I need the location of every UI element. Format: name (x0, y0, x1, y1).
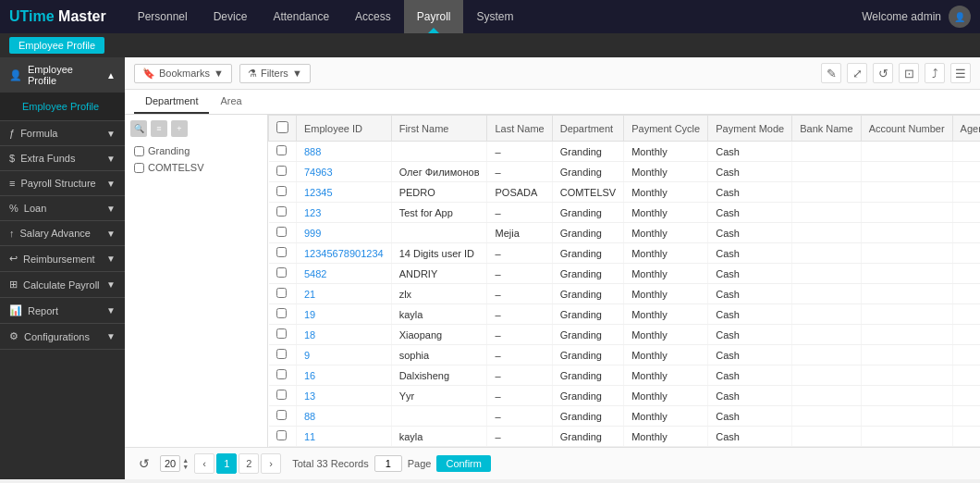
row-checkbox-12[interactable] (276, 390, 287, 400)
dept-comtelsv-item[interactable]: COMTELSV (130, 159, 262, 176)
cell-agent-id-2 (952, 182, 980, 203)
sidebar-item-report[interactable]: 📊 Report ▼ (0, 298, 125, 323)
left-panel: 🔍 ≡ + Granding COMTELSV (125, 115, 268, 447)
cell-employee-id-6[interactable]: 5482 (297, 264, 392, 284)
employee-table: Employee ID First Name Last Name Departm… (268, 115, 980, 447)
split-toolbar-icon[interactable]: ⊡ (899, 63, 919, 83)
refresh-toolbar-icon[interactable]: ↺ (873, 63, 893, 83)
share-toolbar-icon[interactable]: ⤴ (925, 63, 945, 83)
nav-attendance[interactable]: Attendance (260, 0, 342, 33)
bookmarks-button[interactable]: 🔖 Bookmarks ▼ (134, 64, 232, 83)
sidebar-item-loan[interactable]: % Loan ▼ (0, 196, 125, 220)
cell-first-name-3: Test for App (391, 203, 487, 223)
table-row: 888 – Granding Monthly Cash ✔ (269, 142, 981, 162)
cell-employee-id-8[interactable]: 19 (297, 304, 392, 325)
cell-employee-id-12[interactable]: 13 (297, 386, 392, 406)
nav-system[interactable]: System (463, 0, 526, 33)
page-size-up-arrow[interactable]: ▲ (182, 457, 189, 464)
nav-device[interactable]: Device (201, 0, 261, 33)
cell-department-4: Granding (552, 223, 624, 243)
filters-button[interactable]: ⚗ Filters ▼ (239, 64, 311, 83)
dept-granding-checkbox[interactable] (134, 146, 144, 156)
select-all-checkbox[interactable] (276, 121, 288, 133)
edit-toolbar-icon[interactable]: ✎ (821, 63, 841, 83)
sidebar-item-employee-profile[interactable]: 👤 Employee Profile ▲ (0, 57, 125, 93)
cell-employee-id-5[interactable]: 12345678901234 (297, 243, 392, 264)
row-checkbox-13[interactable] (276, 410, 287, 420)
sidebar-section-employee: 👤 Employee Profile ▲ Employee Profile (0, 57, 125, 121)
cell-first-name-8: kayla (391, 304, 487, 325)
sidebar-item-calculate-payroll[interactable]: ⊞ Calculate Payroll ▼ (0, 272, 125, 297)
row-checkbox-1[interactable] (276, 166, 287, 176)
list-icon[interactable]: ≡ (151, 120, 167, 137)
row-checkbox-9[interactable] (276, 328, 287, 339)
next-page-button[interactable]: › (261, 453, 281, 474)
page-2-button[interactable]: 2 (239, 453, 259, 474)
cell-employee-id-3[interactable]: 123 (297, 203, 392, 223)
row-checkbox-2[interactable] (276, 186, 287, 196)
cell-employee-id-13[interactable]: 88 (297, 406, 392, 427)
th-first-name: First Name (391, 116, 487, 142)
th-checkbox (269, 116, 297, 142)
expand-toolbar-icon[interactable]: ⤢ (847, 63, 867, 83)
sidebar-item-payroll-structure[interactable]: ≡ Payroll Structure ▼ (0, 171, 125, 195)
settings-toolbar-icon[interactable]: ☰ (950, 63, 971, 83)
nav-access[interactable]: Access (342, 0, 404, 33)
row-checkbox-4[interactable] (276, 227, 287, 237)
cell-first-name-1: Олег Филимонов (391, 162, 487, 182)
dept-granding-item[interactable]: Granding (130, 142, 262, 159)
cell-first-name-7: zlx (391, 284, 487, 304)
row-checkbox-5[interactable] (276, 247, 287, 257)
cell-bank-name-5 (792, 243, 861, 264)
nav-personnel[interactable]: Personnel (125, 0, 201, 33)
cell-employee-id-4[interactable]: 999 (297, 223, 392, 243)
employee-profile-icon: 👤 (9, 69, 22, 81)
cell-employee-id-11[interactable]: 16 (297, 365, 392, 386)
row-checkbox-10[interactable] (276, 349, 287, 359)
row-checkbox-0[interactable] (276, 145, 287, 155)
row-checkbox-14[interactable] (276, 430, 287, 440)
user-avatar[interactable]: 👤 (949, 6, 971, 28)
sidebar-item-configurations[interactable]: ⚙ Configurations ▼ (0, 324, 125, 349)
cell-employee-id-7[interactable]: 21 (297, 284, 392, 304)
pagination-refresh-button[interactable]: ↺ (134, 453, 154, 474)
sidebar-item-reimbursement-label: Reimbursement (23, 254, 95, 265)
cell-department-8: Granding (552, 304, 624, 325)
row-checkbox-8[interactable] (276, 308, 287, 318)
dept-comtelsv-checkbox[interactable] (134, 163, 144, 173)
sub-nav-employee-profile[interactable]: Employee Profile (9, 37, 104, 54)
sidebar-sub-item-employee-profile[interactable]: Employee Profile (0, 96, 125, 117)
sidebar-section-calculate-payroll: ⊞ Calculate Payroll ▼ (0, 272, 125, 298)
page-size-down-arrow[interactable]: ▼ (182, 464, 189, 470)
cell-employee-id-9[interactable]: 18 (297, 325, 392, 345)
cell-employee-id-1[interactable]: 74963 (297, 162, 392, 182)
tab-department[interactable]: Department (134, 90, 209, 114)
sidebar-item-reimbursement[interactable]: ↩ Reimbursement ▼ (0, 246, 125, 271)
tab-area[interactable]: Area (209, 90, 252, 114)
cell-last-name-2: POSADA (487, 182, 552, 203)
cell-employee-id-10[interactable]: 9 (297, 345, 392, 365)
row-checkbox-cell-0 (269, 142, 297, 162)
row-checkbox-cell-3 (269, 203, 297, 223)
confirm-page-button[interactable]: Confirm (436, 455, 491, 472)
calculate-payroll-icon: ⊞ (9, 279, 18, 291)
sidebar-item-extra-funds[interactable]: $ Extra Funds ▼ (0, 146, 125, 170)
row-checkbox-cell-11 (269, 365, 297, 386)
cell-employee-id-2[interactable]: 12345 (297, 182, 392, 203)
row-checkbox-7[interactable] (276, 288, 287, 298)
nav-payroll[interactable]: Payroll (404, 0, 464, 33)
page-number-input[interactable] (374, 455, 402, 472)
prev-page-button[interactable]: ‹ (194, 453, 214, 474)
add-dept-icon[interactable]: + (171, 120, 188, 137)
cell-employee-id-0[interactable]: 888 (297, 142, 392, 162)
search-icon[interactable]: 🔍 (130, 120, 147, 137)
cell-employee-id-14[interactable]: 11 (297, 427, 392, 447)
row-checkbox-3[interactable] (276, 206, 287, 217)
row-checkbox-6[interactable] (276, 267, 287, 278)
row-checkbox-11[interactable] (276, 369, 287, 379)
cell-last-name-5: – (487, 243, 552, 264)
sidebar-item-formula[interactable]: ƒ Formula ▼ (0, 121, 125, 145)
page-size-arrows[interactable]: ▲ ▼ (182, 457, 189, 470)
page-1-button[interactable]: 1 (216, 453, 237, 474)
sidebar-item-salary-advance[interactable]: ↑ Salary Advance ▼ (0, 221, 125, 245)
